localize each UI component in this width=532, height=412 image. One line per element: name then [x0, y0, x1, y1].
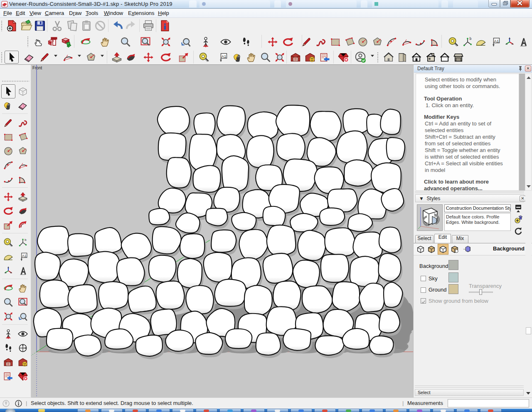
svg-text:A1: A1	[22, 254, 27, 258]
svg-text:A1: A1	[222, 54, 226, 59]
svg-text:b: b	[470, 37, 472, 41]
svg-text:A1: A1	[494, 39, 499, 43]
svg-text:b: b	[25, 238, 26, 242]
